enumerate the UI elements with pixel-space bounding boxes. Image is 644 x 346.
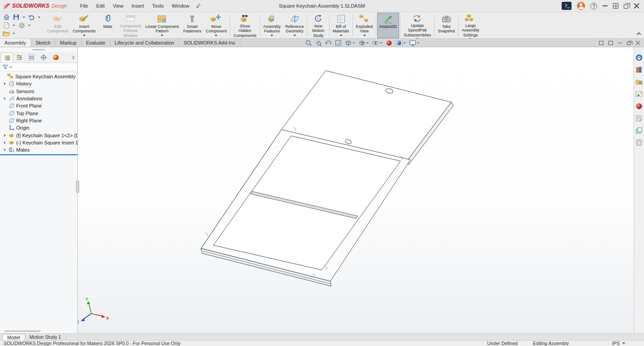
console-button[interactable] — [562, 2, 572, 10]
ribbon-button-show-hidden-components[interactable]: Show Hidden Components — [231, 13, 259, 38]
minimize-document-icon[interactable] — [618, 43, 622, 44]
tree-item-mates[interactable]: Mates — [0, 146, 77, 153]
previous-view-icon[interactable] — [325, 40, 332, 46]
solidworks-resources-icon[interactable] — [635, 54, 643, 62]
ribbon-button-edit-component[interactable]: Edit Component — [45, 13, 71, 38]
bill-of-materials-caret[interactable] — [340, 35, 342, 36]
rollback-bar[interactable] — [0, 154, 77, 155]
ribbon-button-smart-fasteners[interactable]: Smart Fasteners — [181, 13, 203, 38]
tree-item-sensors[interactable]: Sensors — [0, 88, 77, 95]
units-caret-icon[interactable] — [622, 342, 625, 344]
ribbon-collapse-chevron-icon[interactable] — [637, 32, 641, 37]
ribbon-button-reference-geometry[interactable]: Reference Geometry — [283, 13, 306, 38]
expander-icon[interactable] — [3, 141, 7, 144]
ribbon-button-assembly-features[interactable]: Assembly Features — [261, 13, 283, 38]
hide-show-caret[interactable] — [380, 42, 383, 44]
new-document-button[interactable] — [2, 21, 11, 29]
menu-edit[interactable]: Edit — [92, 1, 109, 10]
ribbon-button-linear-component-pattern[interactable]: Linear Component Pattern — [143, 13, 181, 38]
ribbon-button-exploded-view[interactable]: Exploded View — [354, 13, 375, 38]
open-button[interactable] — [2, 29, 11, 37]
expander-icon[interactable] — [3, 97, 7, 100]
tree-item-origin[interactable]: Origin — [0, 124, 77, 131]
zoom-area-icon[interactable] — [315, 40, 322, 46]
menu-window[interactable]: Window — [167, 1, 193, 10]
user-avatar[interactable] — [577, 2, 585, 10]
tree-item-keychain-square-insert[interactable]: (-) Keychain Square Insert 1< — [0, 139, 77, 146]
insert-components-caret[interactable] — [83, 35, 86, 36]
view-orientation-icon[interactable] — [345, 40, 355, 46]
appearances-scenes-icon[interactable] — [635, 102, 643, 110]
tab-solidworks-add-ins[interactable]: SOLIDWORKS Add-Ins — [179, 39, 240, 47]
expander-icon[interactable] — [3, 82, 7, 85]
apply-scene-caret[interactable] — [403, 42, 406, 44]
tree-item-annotations[interactable]: Annotations — [0, 95, 77, 102]
document-manager-icon[interactable] — [635, 126, 643, 135]
ribbon-button-instant3d[interactable]: Instant3D — [377, 13, 399, 38]
section-view-icon[interactable] — [335, 40, 342, 46]
panel-notch[interactable] — [0, 47, 77, 52]
new-dropdown-caret[interactable] — [13, 25, 15, 26]
custom-properties-icon[interactable] — [635, 114, 643, 122]
tab-displaymanager[interactable] — [50, 53, 62, 63]
undo-dropdown-caret[interactable] — [38, 17, 41, 18]
ribbon-button-update-speedpak[interactable]: Update SpeedPak Subassemblies — [401, 13, 433, 38]
move-component-caret[interactable] — [215, 35, 217, 36]
linear-pattern-caret[interactable] — [161, 35, 163, 36]
tree-filter-row[interactable] — [0, 63, 77, 72]
view-orientation-caret[interactable] — [352, 42, 355, 44]
view-palette-icon[interactable] — [635, 90, 643, 98]
tab-lifecycle-and-collaboration[interactable]: Lifecycle and Collaboration — [110, 39, 179, 47]
tab-motion-study-1[interactable]: Motion Study 1 — [25, 334, 66, 340]
float-window-icon[interactable] — [599, 41, 603, 45]
save-dropdown-caret[interactable] — [23, 17, 25, 18]
layout-grid-button[interactable] — [613, 3, 618, 9]
tree-item-history[interactable]: History — [0, 80, 77, 87]
help-icon[interactable]: ? — [590, 3, 597, 9]
ribbon-button-mate[interactable]: Mate — [98, 13, 118, 38]
file-explorer-icon[interactable] — [635, 78, 643, 86]
apply-scene-icon[interactable] — [396, 40, 406, 46]
tab-featuremanager-tree[interactable] — [1, 53, 13, 63]
tree-item-top-plane[interactable]: Top Plane — [0, 109, 77, 117]
open-dropdown-caret[interactable] — [13, 33, 15, 34]
fit-window-icon[interactable] — [608, 41, 613, 45]
exploded-view-caret[interactable] — [363, 35, 366, 36]
design-library-icon[interactable] — [635, 66, 643, 74]
tab-configurationmanager[interactable] — [25, 53, 37, 63]
status-units[interactable]: IPS — [612, 341, 620, 346]
display-style-icon[interactable] — [358, 40, 369, 46]
tab-model[interactable]: Model — [2, 334, 25, 340]
close-button[interactable] — [634, 3, 639, 9]
tab-assembly[interactable]: Assembly — [0, 39, 31, 47]
assembly-features-caret[interactable] — [270, 35, 273, 36]
undo-button[interactable] — [27, 13, 36, 21]
ribbon-button-bill-of-materials[interactable]: Bill of Materials — [330, 13, 351, 38]
options-button[interactable] — [17, 21, 26, 29]
ribbon-button-component-preview-window[interactable]: Component Preview Window — [118, 13, 144, 38]
restore-button[interactable] — [624, 4, 628, 9]
menu-view[interactable]: View — [109, 1, 128, 10]
display-style-caret[interactable] — [366, 42, 369, 44]
menu-file[interactable]: File — [76, 1, 92, 10]
ribbon-button-insert-components[interactable]: Insert Components — [71, 13, 98, 38]
tab-sketch[interactable]: Sketch — [31, 39, 56, 47]
filter-caret-icon[interactable] — [9, 67, 12, 68]
options-dropdown-caret[interactable] — [28, 25, 31, 26]
edit-appearance-icon[interactable] — [386, 40, 392, 46]
tree-item-front-plane[interactable]: Front Plane — [0, 102, 77, 109]
tree-item-assembly-root[interactable]: Square Keychain Assembly 1 (Def — [0, 73, 77, 80]
panel-notch-handle[interactable] — [32, 49, 45, 50]
tab-propertymanager[interactable] — [13, 53, 25, 63]
close-document-icon[interactable] — [635, 40, 640, 45]
home-button[interactable] — [2, 13, 11, 21]
ribbon-button-large-assembly-settings[interactable]: Large Assembly Settings — [459, 13, 482, 38]
panel-tabs-expand-chevron-icon[interactable] — [71, 55, 74, 59]
zoom-fit-icon[interactable] — [305, 40, 312, 46]
tree-item-right-plane[interactable]: Right Plane — [0, 117, 77, 124]
graphics-viewport[interactable]: Y X Z — [78, 47, 634, 333]
tab-evaluate[interactable]: Evaluate — [81, 39, 110, 47]
expander-icon[interactable] — [3, 148, 7, 151]
save-button[interactable] — [12, 13, 21, 21]
hide-show-items-icon[interactable] — [372, 40, 383, 46]
